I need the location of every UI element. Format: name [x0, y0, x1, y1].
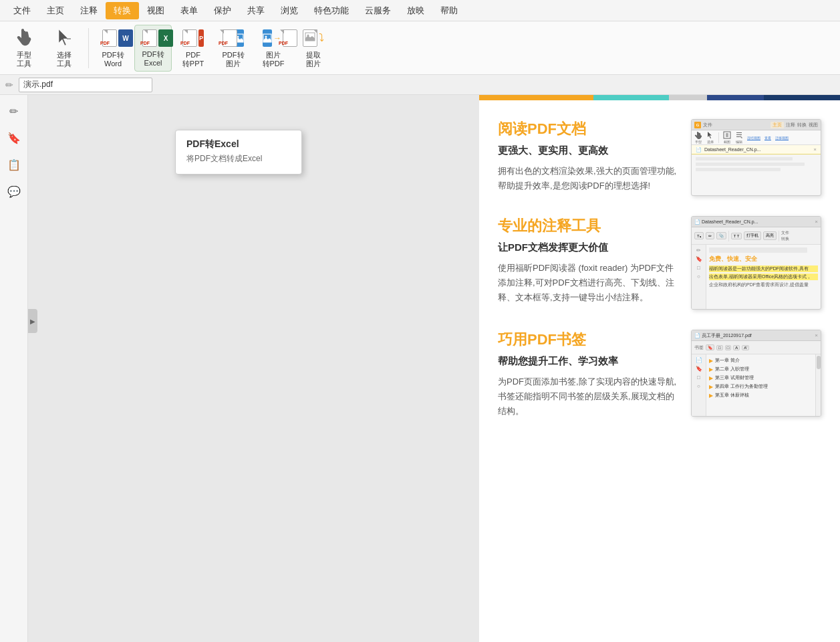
pdf-to-ppt-label: PDF转PPT	[182, 51, 204, 68]
section1-title: 阅读PDF文档	[498, 119, 680, 139]
menu-annotation[interactable]: 注释	[72, 2, 106, 19]
sidebar-pages-icon[interactable]: 📋	[3, 154, 25, 175]
section2-desc: 使用福昕PDF阅读器 (foxit reader) 为PDF文件添加注释,可对P…	[498, 261, 680, 305]
color-bar-blue	[707, 95, 764, 100]
menu-browse[interactable]: 浏览	[273, 2, 306, 19]
select-tool-label: 选择工具	[57, 51, 72, 68]
mini-ui-reader: G 文件 主页 注释 转换 视图 手型 选	[691, 119, 821, 196]
svg-marker-11	[708, 132, 712, 138]
hand-icon	[13, 27, 35, 50]
section3-text: 巧用PDF书签 帮助您提升工作、学习效率 为PDF页面添加书签,除了实现内容的快…	[498, 330, 680, 419]
sidebar-edit-icon[interactable]: ✏	[3, 100, 25, 122]
section3-desc: 为PDF页面添加书签,除了实现内容的快速导航,书签还能指明不同书签的层级关系,展…	[498, 374, 680, 419]
menu-form[interactable]: 表单	[172, 2, 206, 19]
sidebar-comment-icon[interactable]: 💬	[3, 181, 25, 202]
mini-ui-1-header: G 文件 主页 注释 转换 视图	[692, 120, 821, 130]
mini-ui-3-toolbar: 书签 🔖 □ □ A A'	[692, 341, 821, 354]
menu-share[interactable]: 共享	[239, 2, 273, 19]
mini-ui-2-body: ✏ 🔖 □ ○ 免费、快速、安全 福昕阅读器是一款功能强大的PDF阅读软件,具有…	[692, 245, 821, 310]
hand-tool-label: 手型工具	[17, 51, 31, 68]
mini-sidebar-3: 📄 🔖 □ ○	[692, 354, 706, 417]
mini-ui-1-content	[692, 154, 821, 174]
toolbar: 手型工具 选择工具 PDF → W	[0, 21, 840, 75]
mini-ui-1-toolbar: 手型 选择 截图 编辑	[692, 130, 821, 145]
mini-ui-3-header: 📄 员工手册_20120917.pdf ×	[692, 330, 821, 341]
extract-image-button[interactable]: ⤵ 提取图片	[295, 25, 332, 72]
bookmark-list: ▶ 第一章 简介 ▶ 第二章 入职管理 ▶ 第三章 试用财管理	[706, 354, 815, 417]
pdf-preview-panel: 阅读PDF文档 更强大、更实用、更高效 拥有出色的文档渲染效果,强大的页面管理功…	[479, 95, 840, 642]
pdf-to-excel-icon: PDF → X	[142, 28, 164, 49]
mini-ui-bookmarks: 📄 员工手册_20120917.pdf × 书签 🔖 □ □ A A'	[691, 330, 821, 417]
mini-ui-annotation: 📄 Datasheet_Reader_CN.p... × T₁ ✏ 📎 T T …	[691, 216, 821, 310]
content-area: 阅读PDF文档 更强大、更实用、更高效 拥有出色的文档渲染效果,强大的页面管理功…	[28, 95, 840, 642]
color-bar-gray	[669, 95, 707, 100]
sidebar-expand-button[interactable]: ▶	[28, 309, 37, 333]
pdf-to-word-icon: PDF → W	[102, 27, 124, 50]
section3-subtitle: 帮助您提升工作、学习效率	[498, 355, 680, 368]
pdf-to-excel-button[interactable]: PDF → X PDF转Excel	[134, 25, 172, 72]
image-to-pdf-label: 图片转PDF	[263, 51, 285, 68]
hand-tool-button[interactable]: 手型工具	[5, 25, 43, 72]
mini-ui-2-toolbar: T₁ ✏ 📎 T T 打字机 高亮 文件转换	[692, 227, 821, 245]
color-bar-orange	[479, 95, 593, 100]
menu-convert[interactable]: 转换	[106, 2, 139, 19]
extract-image-icon: ⤵	[303, 27, 324, 50]
edit-icon: ✏	[5, 80, 13, 90]
top-color-bar	[479, 95, 840, 100]
toolbar-separator-1	[88, 28, 89, 68]
menu-feature[interactable]: 特色功能	[306, 2, 357, 19]
mini-ui-1-tab: 📄 Datasheet_Reader_CN.p... ×	[692, 145, 821, 154]
mini-content-area: 免费、快速、安全 福昕阅读器是一款功能强大的PDF阅读软件,具有 出色表单,福昕…	[706, 245, 821, 310]
pdf-to-excel-label: PDF转Excel	[142, 50, 164, 68]
menu-view[interactable]: 视图	[139, 2, 172, 19]
image-to-pdf-button[interactable]: → PDF 图片转PDF	[255, 25, 292, 72]
menu-home[interactable]: 主页	[39, 2, 72, 19]
mini-scrollbar	[815, 354, 821, 417]
menu-file[interactable]: 文件	[5, 2, 39, 19]
pdf-to-word-button[interactable]: PDF → W PDF转Word	[94, 25, 132, 72]
section3-title: 巧用PDF书签	[498, 330, 680, 350]
color-bar-navy	[764, 95, 840, 100]
menu-cloud[interactable]: 云服务	[357, 2, 399, 19]
image-to-pdf-icon: → PDF	[263, 27, 284, 50]
pdf-to-excel-tooltip: PDF转Excel 将PDF文档转成Excel	[175, 130, 302, 175]
section2-text: 专业的注释工具 让PDF文档发挥更大价值 使用福昕PDF阅读器 (foxit r…	[498, 216, 680, 305]
svg-marker-7	[263, 37, 271, 42]
menu-present[interactable]: 放映	[399, 2, 432, 19]
select-tool-button[interactable]: 选择工具	[45, 25, 83, 72]
pdf-to-ppt-button[interactable]: PDF → P PDF转PPT	[174, 25, 212, 72]
mini-sidebar: ✏ 🔖 □ ○	[692, 245, 706, 310]
svg-marker-0	[59, 29, 68, 45]
cursor-svg	[56, 28, 72, 48]
pdf-to-image-button[interactable]: PDF → PDF转图片	[215, 25, 252, 72]
extract-image-label: 提取图片	[306, 51, 321, 68]
section-bookmarks: 巧用PDF书签 帮助您提升工作、学习效率 为PDF页面添加书签,除了实现内容的快…	[479, 323, 840, 432]
tooltip-title: PDF转Excel	[176, 136, 301, 152]
addressbar: ✏	[0, 75, 840, 95]
section2-title: 专业的注释工具	[498, 216, 680, 236]
left-sidebar: ✏ 🔖 📋 💬 ▶	[0, 95, 28, 642]
svg-marker-10	[305, 35, 315, 41]
section1-subtitle: 更强大、更实用、更高效	[498, 144, 680, 157]
tooltip-desc: 将PDF文档转成Excel	[176, 152, 301, 169]
sidebar-bookmark-icon[interactable]: 🔖	[3, 127, 25, 148]
pdf-to-image-icon: PDF →	[223, 27, 244, 50]
main-layout: ✏ 🔖 📋 💬 ▶ 阅读PDF文档 更强大、更实用、更高效	[0, 95, 840, 642]
pdf-to-image-label: PDF转图片	[223, 51, 245, 68]
section2-subtitle: 让PDF文档发挥更大价值	[498, 241, 680, 254]
menu-protect[interactable]: 保护	[206, 2, 239, 19]
mini-ui-3-body: 📄 🔖 □ ○ ▶ 第一章 简介 ▶ 第	[692, 354, 821, 417]
pdf-to-ppt-icon: PDF → P	[182, 27, 204, 50]
section-annotation: 专业的注释工具 让PDF文档发挥更大价值 使用福昕PDF阅读器 (foxit r…	[479, 209, 840, 323]
menu-help[interactable]: 帮助	[432, 2, 466, 19]
section1-text: 阅读PDF文档 更强大、更实用、更高效 拥有出色的文档渲染效果,强大的页面管理功…	[498, 119, 680, 193]
filename-input[interactable]	[19, 78, 152, 92]
cursor-icon	[53, 27, 75, 50]
color-bar-teal	[593, 95, 670, 100]
section-read-pdf: 阅读PDF文档 更强大、更实用、更高效 拥有出色的文档渲染效果,强大的页面管理功…	[479, 100, 840, 209]
hand-svg	[15, 27, 33, 49]
menubar: 文件 主页 注释 转换 视图 表单 保护 共享 浏览 特色功能 云服务 放映 帮…	[0, 0, 840, 21]
pdf-to-word-label: PDF转Word	[102, 51, 124, 68]
section1-desc: 拥有出色的文档渲染效果,强大的页面管理功能,帮助提升效率,是您阅读PDF的理想选…	[498, 164, 680, 193]
mini-ui-2-header: 📄 Datasheet_Reader_CN.p... ×	[692, 217, 821, 227]
